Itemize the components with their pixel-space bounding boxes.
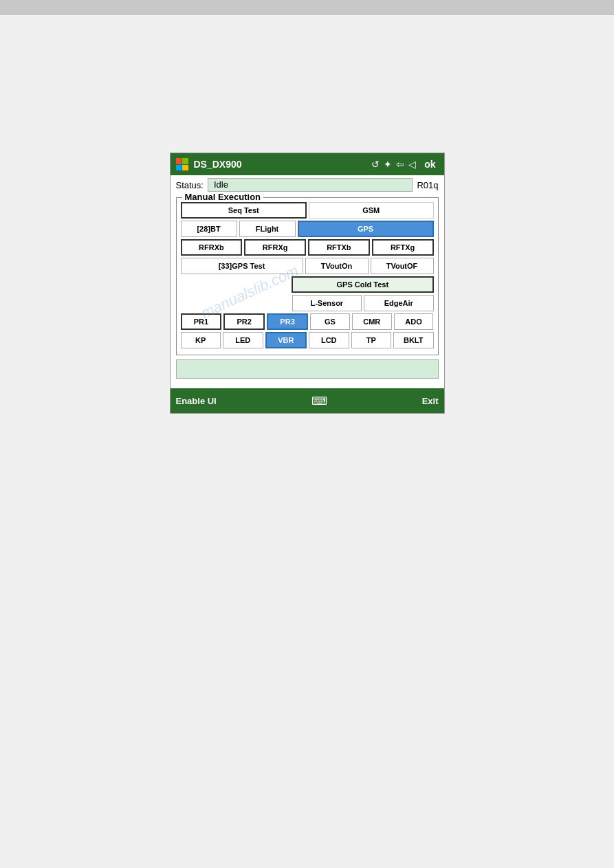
gps-cold-test-button[interactable]: GPS Cold Test: [292, 276, 433, 293]
status-label: Status:: [176, 180, 204, 190]
led-button[interactable]: LED: [223, 332, 263, 348]
l-sensor-button[interactable]: L-Sensor: [292, 295, 362, 311]
gs-button[interactable]: GS: [310, 313, 350, 330]
row-1: Seq Test GSM: [181, 202, 434, 219]
main-content: Manual Execution Seq Test GSM [28]BT FLi…: [171, 194, 444, 388]
title-bar: DS_DX900 ↺ ✦ ⇦ ◁ ok: [171, 153, 444, 175]
exit-button[interactable]: Exit: [422, 396, 439, 406]
rfrxg-button[interactable]: RFRXg: [244, 239, 306, 256]
keyboard-icon[interactable]: ⌨: [311, 394, 327, 408]
output-area: [176, 359, 439, 379]
status-right: R01q: [417, 180, 438, 190]
gps-button[interactable]: GPS: [298, 221, 434, 237]
page-wrapper: DS_DX900 ↺ ✦ ⇦ ◁ ok Status: Idle R01q Ma…: [0, 15, 614, 414]
tvout-on-button[interactable]: TVoutOn: [305, 258, 369, 274]
status-value-field: Idle: [208, 178, 413, 192]
bottom-bar: Enable UI ⌨ Exit: [171, 388, 444, 413]
bt-button[interactable]: [28]BT: [181, 221, 237, 237]
manual-execution-section: Manual Execution Seq Test GSM [28]BT FLi…: [176, 197, 439, 355]
pr1-button[interactable]: PR1: [181, 313, 222, 330]
sound-icon: ◁: [408, 159, 416, 170]
bklt-button[interactable]: BKLT: [393, 332, 434, 348]
tvout-off-button[interactable]: TVoutOF: [371, 258, 434, 274]
kp-button[interactable]: KP: [181, 332, 221, 348]
edge-air-button[interactable]: EdgeAir: [364, 295, 433, 311]
network-icon: ✦: [384, 159, 392, 170]
app-title: DS_DX900: [194, 159, 366, 170]
enable-ui-button[interactable]: Enable UI: [176, 396, 217, 406]
row-3: RFRXb RFRXg RFTXb RFTXg: [181, 239, 434, 256]
rftxb-button[interactable]: RFTXb: [308, 239, 370, 256]
status-value-text: Idle: [214, 179, 228, 190]
row-6: L-Sensor EdgeAir: [181, 295, 434, 311]
seq-test-button[interactable]: Seq Test: [181, 202, 307, 219]
device-container: DS_DX900 ↺ ✦ ⇦ ◁ ok Status: Idle R01q Ma…: [170, 153, 445, 414]
title-icons: ↺ ✦ ⇦ ◁: [371, 159, 416, 170]
row-2: [28]BT FLight GPS: [181, 221, 434, 237]
flight-button[interactable]: FLight: [239, 221, 296, 237]
rftxg-button[interactable]: RFTXg: [372, 239, 434, 256]
lcd-button[interactable]: LCD: [309, 332, 349, 348]
section-title: Manual Execution: [182, 192, 264, 202]
row-8: KP LED VBR LCD TP BKLT: [181, 332, 434, 348]
rfrxb-button[interactable]: RFRXb: [181, 239, 243, 256]
ado-button[interactable]: ADO: [394, 313, 434, 330]
ok-button[interactable]: ok: [421, 159, 438, 170]
vbr-button[interactable]: VBR: [265, 332, 307, 348]
top-bar: [0, 0, 614, 15]
sync-icon: ↺: [371, 159, 380, 170]
row-7: PR1 PR2 PR3 GS CMR ADO: [181, 313, 434, 330]
gsm-button[interactable]: GSM: [309, 202, 434, 219]
row-5: GPS Cold Test: [181, 276, 434, 293]
gps-test-button[interactable]: [33]GPS Test: [181, 258, 303, 274]
tp-button[interactable]: TP: [351, 332, 392, 348]
back-icon: ⇦: [396, 159, 404, 170]
pr3-button[interactable]: PR3: [267, 313, 308, 330]
row-4: [33]GPS Test TVoutOn TVoutOF: [181, 258, 434, 274]
pr2-button[interactable]: PR2: [223, 313, 265, 330]
cmr-button[interactable]: CMR: [352, 313, 392, 330]
windows-logo-icon: [176, 158, 188, 170]
